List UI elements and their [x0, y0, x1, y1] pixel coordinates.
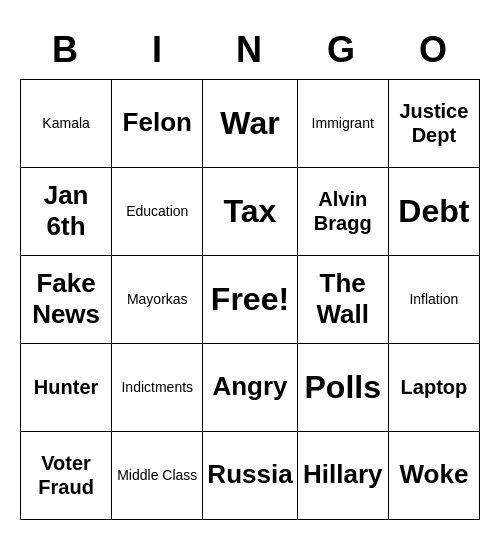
- bingo-cell[interactable]: War: [203, 80, 297, 168]
- header-letter: N: [204, 25, 296, 75]
- bingo-cell[interactable]: Russia: [203, 432, 297, 520]
- cell-text: Indictments: [121, 379, 193, 396]
- bingo-cell[interactable]: Education: [112, 168, 203, 256]
- bingo-cell[interactable]: Voter Fraud: [21, 432, 112, 520]
- cell-text: Woke: [399, 459, 468, 490]
- bingo-cell[interactable]: Hillary: [298, 432, 389, 520]
- bingo-cell[interactable]: Alvin Bragg: [298, 168, 389, 256]
- cell-text: War: [220, 104, 279, 142]
- bingo-cell[interactable]: Laptop: [389, 344, 480, 432]
- cell-text: Hunter: [34, 375, 98, 399]
- cell-text: Voter Fraud: [25, 451, 107, 499]
- bingo-cell[interactable]: Indictments: [112, 344, 203, 432]
- cell-text: Felon: [123, 107, 192, 138]
- bingo-cell[interactable]: Free!: [203, 256, 297, 344]
- header-letter: B: [20, 25, 112, 75]
- cell-text: Immigrant: [312, 115, 374, 132]
- cell-text: Jan 6th: [25, 180, 107, 242]
- cell-text: Middle Class: [117, 467, 197, 484]
- bingo-header: BINGO: [20, 25, 480, 75]
- header-letter: G: [296, 25, 388, 75]
- cell-text: Mayorkas: [127, 291, 188, 308]
- cell-text: The Wall: [302, 268, 384, 330]
- bingo-cell[interactable]: Woke: [389, 432, 480, 520]
- bingo-cell[interactable]: Inflation: [389, 256, 480, 344]
- cell-text: Fake News: [25, 268, 107, 330]
- cell-text: Angry: [212, 371, 287, 402]
- bingo-cell[interactable]: Immigrant: [298, 80, 389, 168]
- cell-text: Education: [126, 203, 188, 220]
- cell-text: Polls: [304, 368, 380, 406]
- cell-text: Justice Dept: [393, 99, 475, 147]
- cell-text: Tax: [224, 192, 277, 230]
- bingo-cell[interactable]: Polls: [298, 344, 389, 432]
- header-letter: O: [388, 25, 480, 75]
- cell-text: Kamala: [42, 115, 89, 132]
- bingo-cell[interactable]: Jan 6th: [21, 168, 112, 256]
- cell-text: Alvin Bragg: [302, 187, 384, 235]
- header-letter: I: [112, 25, 204, 75]
- bingo-cell[interactable]: Tax: [203, 168, 297, 256]
- bingo-cell[interactable]: Kamala: [21, 80, 112, 168]
- bingo-cell[interactable]: Justice Dept: [389, 80, 480, 168]
- bingo-grid: KamalaFelonWarImmigrantJustice DeptJan 6…: [20, 79, 480, 520]
- cell-text: Russia: [207, 459, 292, 490]
- bingo-cell[interactable]: The Wall: [298, 256, 389, 344]
- bingo-cell[interactable]: Fake News: [21, 256, 112, 344]
- bingo-cell[interactable]: Angry: [203, 344, 297, 432]
- bingo-cell[interactable]: Middle Class: [112, 432, 203, 520]
- cell-text: Laptop: [401, 375, 468, 399]
- bingo-cell[interactable]: Mayorkas: [112, 256, 203, 344]
- cell-text: Free!: [211, 280, 289, 318]
- bingo-cell[interactable]: Hunter: [21, 344, 112, 432]
- cell-text: Hillary: [303, 459, 383, 490]
- bingo-card: BINGO KamalaFelonWarImmigrantJustice Dep…: [10, 15, 490, 530]
- bingo-cell[interactable]: Felon: [112, 80, 203, 168]
- bingo-cell[interactable]: Debt: [389, 168, 480, 256]
- cell-text: Debt: [398, 192, 469, 230]
- cell-text: Inflation: [409, 291, 458, 308]
